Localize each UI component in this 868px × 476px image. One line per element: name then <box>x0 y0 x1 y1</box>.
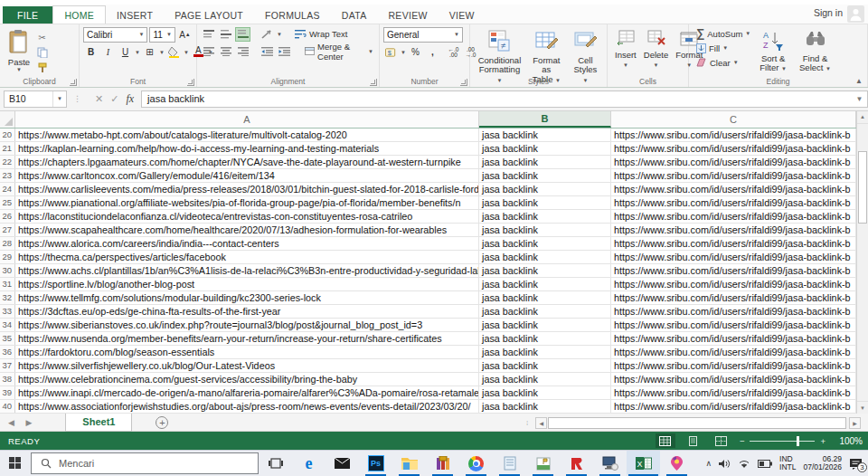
increase-indent-button[interactable] <box>277 44 292 59</box>
find-select-button[interactable]: Find &Select ▼ <box>796 27 835 75</box>
alignment-dialog-launcher[interactable] <box>370 79 377 86</box>
paste-button[interactable]: Paste ▼ <box>4 27 34 75</box>
align-center-button[interactable] <box>218 44 233 59</box>
zoom-out-icon[interactable]: − <box>740 436 745 446</box>
cell-c[interactable]: https://www.sribu.com/id/users/rifaldi99… <box>611 196 856 209</box>
cell-b[interactable]: jasa backlink <box>479 305 611 318</box>
accounting-caret-icon[interactable]: ▼ <box>401 50 406 55</box>
row-header[interactable]: 29 <box>0 251 15 263</box>
file-explorer-button[interactable] <box>392 451 426 476</box>
row-header[interactable]: 39 <box>0 386 15 399</box>
cell-c[interactable]: https://www.sribu.com/id/users/rifaldi99… <box>611 346 856 358</box>
row-header[interactable]: 24 <box>0 183 15 195</box>
volume-icon[interactable] <box>719 459 731 469</box>
task-view-button[interactable] <box>259 451 292 476</box>
row-header[interactable]: 38 <box>0 373 15 386</box>
insert-cells-button[interactable]: Insert▼ <box>611 27 640 75</box>
cell-a[interactable]: https://www.carltoncox.com/Gallery/emodu… <box>15 169 479 182</box>
cell-c[interactable]: https://www.sribu.com/id/users/rifaldi99… <box>611 305 856 318</box>
page-break-view-button[interactable] <box>712 433 731 448</box>
cell-a[interactable]: https://www.silverfishjewellery.co.uk/bl… <box>15 359 479 372</box>
row-header[interactable]: 26 <box>0 210 15 223</box>
align-left-button[interactable] <box>201 44 216 59</box>
image-viewer-button[interactable] <box>526 451 560 476</box>
cell-a[interactable]: https://www.achs.cl/plantillas/1b/an%C3%… <box>15 264 479 277</box>
scroll-down-icon[interactable]: ▼ <box>857 401 868 414</box>
cell-c[interactable]: https://www.sribu.com/id/users/rifaldi99… <box>611 359 856 372</box>
taskbar-search-input[interactable]: Mencari <box>31 452 259 474</box>
cell-b[interactable]: jasa backlink <box>479 319 611 331</box>
borders-caret-icon[interactable]: ▼ <box>159 50 165 55</box>
underline-caret-icon[interactable]: ▼ <box>135 50 140 55</box>
normal-view-button[interactable] <box>656 433 675 448</box>
scroll-left-icon[interactable]: ◀ <box>535 417 547 429</box>
cell-b[interactable]: jasa backlink <box>479 291 611 304</box>
cut-button[interactable]: ✂ <box>34 31 50 44</box>
orientation-button[interactable] <box>259 27 275 42</box>
cell-c[interactable]: https://www.sribu.com/id/users/rifaldi99… <box>611 156 856 168</box>
cell-a[interactable]: https://3dcftas.eu/op-eds/ge-china-fta-r… <box>15 305 479 318</box>
autosum-button[interactable]: ∑ AutoSum ▼ <box>696 27 750 41</box>
cell-c[interactable]: https://www.sribu.com/id/users/rifaldi99… <box>611 183 856 195</box>
font-size-select[interactable]: 11▼ <box>149 27 175 43</box>
row-header[interactable]: 30 <box>0 264 15 277</box>
vertical-scrollbar-thumb[interactable] <box>858 151 867 224</box>
clock[interactable]: 06.2907/01/2026 <box>803 455 842 471</box>
font-family-select[interactable]: Calibri▼ <box>83 27 147 43</box>
cell-b[interactable]: jasa backlink <box>479 129 611 141</box>
horizontal-scrollbar[interactable] <box>547 417 849 429</box>
horizontal-scrollbar-thumb[interactable] <box>548 417 846 429</box>
cell-c[interactable]: https://www.sribu.com/id/users/rifaldi99… <box>611 332 856 345</box>
cell-b[interactable]: jasa backlink <box>479 373 611 386</box>
zoom-slider-thumb[interactable] <box>797 436 799 446</box>
photoshop-button[interactable]: Ps <box>359 451 392 476</box>
zoom-level[interactable]: 100% <box>834 436 863 446</box>
row-header[interactable]: 34 <box>0 319 15 331</box>
row-header[interactable]: 35 <box>0 332 15 345</box>
expand-formula-bar-icon[interactable]: ▼ <box>852 90 868 108</box>
page-layout-view-button[interactable] <box>684 433 703 448</box>
cell-c[interactable]: https://www.sribu.com/id/users/rifaldi99… <box>611 251 856 263</box>
vertical-scrollbar[interactable]: ▲ ▼ <box>856 111 868 414</box>
cell-c[interactable]: https://www.sribu.com/id/users/rifaldi99… <box>611 319 856 331</box>
format-painter-button[interactable] <box>34 62 50 75</box>
cell-a[interactable]: https://www.scapahealthcare.com/home/hea… <box>15 224 479 236</box>
cell-c[interactable]: https://www.sribu.com/id/users/rifaldi99… <box>611 264 856 277</box>
bold-button[interactable]: B <box>83 45 99 60</box>
cell-b[interactable]: jasa backlink <box>479 142 611 155</box>
formula-input[interactable]: jasa backlink <box>141 90 852 108</box>
cell-b[interactable]: jasa backlink <box>479 264 611 277</box>
cell-b[interactable]: jasa backlink <box>479 346 611 358</box>
zoom-slider[interactable] <box>750 441 815 442</box>
row-header[interactable]: 25 <box>0 196 15 209</box>
cell-b[interactable]: jasa backlink <box>479 237 611 250</box>
sign-in-link[interactable]: Sign in <box>814 7 843 18</box>
italic-button[interactable]: I <box>100 45 116 60</box>
row-header[interactable]: 37 <box>0 359 15 372</box>
merge-center-button[interactable]: Merge & Center ▼ <box>303 44 375 59</box>
font-dialog-launcher[interactable] <box>187 79 194 86</box>
tab-data[interactable]: DATA <box>331 6 378 24</box>
cell-a[interactable]: https://www.alorica.com/careers/india/in… <box>15 237 479 250</box>
row-header[interactable]: 20 <box>0 129 15 141</box>
cell-b[interactable]: jasa backlink <box>479 386 611 399</box>
top-align-button[interactable] <box>201 27 216 42</box>
cell-c[interactable]: https://www.sribu.com/id/users/rifaldi99… <box>611 400 856 413</box>
wifi-icon[interactable] <box>738 459 750 469</box>
cell-a[interactable]: https://www.tellmfg.com/solutions/modula… <box>15 291 479 304</box>
sheet-tab-sheet1[interactable]: Sheet1 <box>65 414 132 432</box>
cell-c[interactable]: https://www.sribu.com/id/users/rifaldi99… <box>611 373 856 386</box>
tab-file[interactable]: FILE <box>3 6 52 24</box>
cell-a[interactable]: https://www.nusenda.org/member-benefits/… <box>15 332 479 345</box>
edge-button[interactable]: e <box>292 451 326 476</box>
red-app-button[interactable] <box>560 451 593 476</box>
cancel-entry-icon[interactable]: ✕ <box>95 93 103 105</box>
name-box[interactable]: B10 ▼ <box>4 90 67 108</box>
grow-font-button[interactable]: A▲ <box>177 27 193 42</box>
cell-c[interactable]: https://www.sribu.com/id/users/rifaldi99… <box>611 224 856 236</box>
winrar-button[interactable] <box>426 451 459 476</box>
excel-taskbar-button[interactable]: X <box>627 451 660 476</box>
column-header-c[interactable]: C <box>611 111 856 128</box>
cell-c[interactable]: https://www.sribu.com/id/users/rifaldi99… <box>611 210 856 223</box>
cell-a[interactable]: https://fardoktoru.com/blog/season-essen… <box>15 346 479 358</box>
